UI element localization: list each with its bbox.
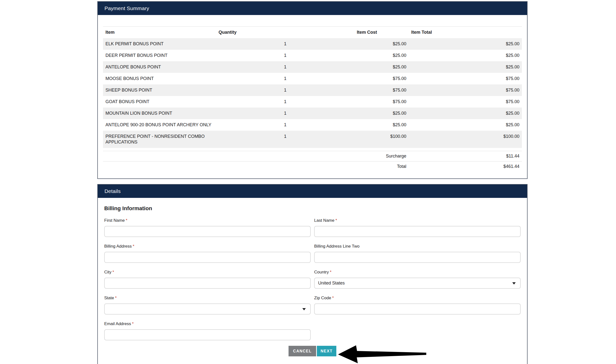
payment-summary-panel: Payment Summary Item Quantity Item Cost …	[97, 1, 528, 179]
summary-label-cell: Total	[103, 161, 409, 172]
item-cost-cell: $25.00	[354, 38, 409, 50]
payment-summary-table: Item Quantity Item Cost Item Total ELK P…	[103, 26, 522, 172]
details-body: Billing Information First Name* Last Nam…	[98, 198, 527, 356]
item-cell: GOAT BONUS POINT	[103, 96, 216, 108]
item-total-cell: $100.00	[409, 131, 522, 148]
first-name-input[interactable]	[104, 226, 311, 237]
city-label: City*	[104, 270, 311, 275]
item-cost-cell: $100.00	[354, 131, 409, 148]
chevron-down-icon	[302, 308, 306, 310]
quantity-cell: 1	[216, 96, 354, 108]
item-cost-cell: $25.00	[354, 50, 409, 61]
col-header-item: Item	[103, 27, 216, 38]
table-row: PREFERENCE POINT - NONRESIDENT COMBO APP…	[103, 131, 522, 148]
quantity-cell: 1	[216, 38, 354, 50]
billing-address-label: Billing Address*	[104, 244, 311, 249]
item-cost-cell: $75.00	[354, 73, 409, 84]
details-title: Details	[104, 188, 121, 194]
cancel-button[interactable]: CANCEL	[289, 346, 316, 356]
details-panel: Details Billing Information First Name* …	[97, 184, 528, 364]
item-total-cell: $25.00	[409, 119, 522, 131]
form-actions: CANCEL NEXT	[104, 346, 521, 356]
email-address-label: Email Address*	[104, 321, 311, 326]
last-name-label: Last Name*	[314, 218, 521, 223]
payment-summary-body: Item Quantity Item Cost Item Total ELK P…	[98, 15, 527, 172]
email-address-input[interactable]	[104, 329, 311, 340]
table-body: ELK PERMIT BONUS POINT1$25.00$25.00DEER …	[103, 38, 522, 172]
zip-code-field-group: Zip Code*	[314, 296, 521, 315]
item-total-cell: $25.00	[409, 38, 522, 50]
summary-label-cell: Surcharge	[103, 151, 409, 161]
required-asterisk: *	[330, 270, 332, 274]
table-row: DEER PERMIT BONUS POINT1$25.00$25.00	[103, 50, 522, 61]
first-name-label: First Name*	[104, 218, 311, 223]
billing-address-field-group: Billing Address*	[104, 244, 311, 263]
billing-address-input[interactable]	[104, 252, 311, 263]
billing-address-line-two-input[interactable]	[314, 252, 521, 263]
chevron-down-icon	[512, 282, 516, 285]
item-total-cell: $75.00	[409, 84, 522, 96]
table-row: GOAT BONUS POINT1$75.00$75.00	[103, 96, 522, 108]
quantity-cell: 1	[216, 131, 354, 148]
summary-value-cell: $461.44	[409, 161, 522, 172]
email-address-field-group: Email Address*	[104, 321, 311, 340]
item-cost-cell: $25.00	[354, 108, 409, 119]
item-cell: ANTELOPE BONUS POINT	[103, 61, 216, 73]
item-cost-cell: $25.00	[354, 119, 409, 131]
item-total-cell: $25.00	[409, 50, 522, 61]
quantity-cell: 1	[216, 73, 354, 84]
country-select[interactable]: United States	[314, 278, 521, 289]
last-name-input[interactable]	[314, 226, 521, 237]
payment-summary-header: Payment Summary	[98, 2, 527, 15]
annotation-arrow-icon	[337, 344, 427, 364]
empty-cell	[314, 321, 521, 340]
table-row: MOUNTAIN LION BONUS POINT1$25.00$25.00	[103, 108, 522, 119]
item-cell: MOUNTAIN LION BONUS POINT	[103, 108, 216, 119]
billing-address-line-two-field-group: Billing Address Line Two	[314, 244, 521, 263]
item-cell: ANTELOPE 900-20 BONUS POINT ARCHERY ONLY	[103, 119, 216, 131]
required-asterisk: *	[133, 244, 135, 249]
item-total-cell: $75.00	[409, 96, 522, 108]
item-cost-cell: $75.00	[354, 96, 409, 108]
summary-total-row: Total$461.44	[103, 161, 522, 172]
item-cell: SHEEP BONUS POINT	[103, 84, 216, 96]
summary-total-row: Surcharge$11.44	[103, 151, 522, 161]
city-field-group: City*	[104, 270, 311, 289]
last-name-field-group: Last Name*	[314, 218, 521, 237]
quantity-cell: 1	[216, 119, 354, 131]
state-field-group: State*	[104, 296, 311, 315]
required-asterisk: *	[132, 321, 134, 326]
quantity-cell: 1	[216, 108, 354, 119]
required-asterisk: *	[112, 270, 114, 274]
state-select[interactable]	[104, 303, 311, 315]
payment-summary-title: Payment Summary	[104, 5, 149, 11]
country-field-group: Country* United States	[314, 270, 521, 289]
state-label: State*	[104, 296, 311, 301]
required-asterisk: *	[332, 296, 334, 300]
checkout-page: Payment Summary Item Quantity Item Cost …	[0, 0, 616, 364]
table-row: ANTELOPE 900-20 BONUS POINT ARCHERY ONLY…	[103, 119, 522, 131]
item-cell: MOOSE BONUS POINT	[103, 73, 216, 84]
required-asterisk: *	[115, 296, 117, 300]
city-input[interactable]	[104, 278, 311, 289]
zip-code-input[interactable]	[314, 303, 521, 315]
quantity-cell: 1	[216, 61, 354, 73]
required-asterisk: *	[335, 218, 337, 223]
item-total-cell: $25.00	[409, 61, 522, 73]
quantity-cell: 1	[216, 50, 354, 61]
first-name-field-group: First Name*	[104, 218, 311, 237]
item-cell: ELK PERMIT BONUS POINT	[103, 38, 216, 50]
table-row: ELK PERMIT BONUS POINT1$25.00$25.00	[103, 38, 522, 50]
row-spacer	[103, 148, 522, 151]
next-button[interactable]: NEXT	[317, 346, 336, 356]
table-row: SHEEP BONUS POINT1$75.00$75.00	[103, 84, 522, 96]
item-cell: PREFERENCE POINT - NONRESIDENT COMBO APP…	[103, 131, 216, 148]
item-cell: DEER PERMIT BONUS POINT	[103, 50, 216, 61]
billing-information-title: Billing Information	[104, 205, 521, 212]
billing-address-line-two-label: Billing Address Line Two	[314, 244, 521, 249]
required-asterisk: *	[126, 218, 127, 223]
item-cost-cell: $25.00	[354, 61, 409, 73]
item-cost-cell: $75.00	[354, 84, 409, 96]
details-header: Details	[98, 185, 527, 198]
zip-code-label: Zip Code*	[314, 296, 521, 301]
